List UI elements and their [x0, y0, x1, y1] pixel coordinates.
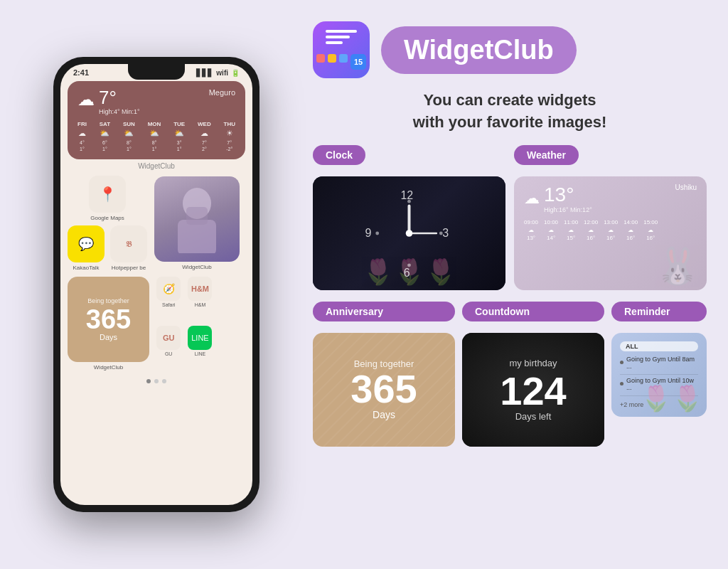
number-badge-15: 15 — [350, 54, 366, 70]
weather-temp-section: ☁ 7° High:4° Min:1° — [77, 88, 140, 115]
tagline-line2: with your favorite images! — [313, 112, 707, 134]
reminder-flowers: 🌷🌷 — [641, 384, 703, 413]
widget-examples-grid: Clock 🌷🌷🌷 12 3 6 9 — [313, 145, 707, 290]
wr-temp-2: 15° — [567, 235, 575, 241]
wr-temp-4: 16° — [606, 235, 615, 241]
icon-badge-row: 15 — [316, 54, 366, 70]
reminder-section: Reminder 🌷🌷 ALL Going to Gym Until 8am .… — [611, 302, 707, 417]
status-time: 2:41 — [73, 68, 89, 77]
svg-point-10 — [439, 231, 443, 235]
gu-app[interactable]: GU GU — [155, 326, 182, 371]
wr-temp-6: 16° — [646, 235, 655, 241]
hotpepper-icon: 𝔅 — [110, 225, 147, 262]
anniversary-phone-container: Being together 365 Days WidgetClub — [68, 277, 149, 371]
day-sat: SAT ⛅ 6°1° — [100, 121, 110, 152]
weather-column: Weather 🐰 ☁ 13° High:16° Min:12° Ushiku — [514, 145, 707, 290]
anniv-being-label: Being together — [87, 297, 129, 304]
weather-top: ☁ 7° High:4° Min:1° Meguro — [77, 88, 235, 115]
wr-temp-3: 16° — [587, 235, 595, 241]
dot-yellow — [328, 54, 336, 63]
day-sun: SUN ⛅ 8°1° — [123, 121, 135, 152]
safari-app[interactable]: 🧭 Safari — [155, 277, 182, 321]
weather-temp-info: 7° High:4° Min:1° — [99, 88, 140, 115]
day-mon: MON ⛅ 8°1° — [148, 121, 161, 152]
weather-right-cloud: ☁ — [524, 189, 540, 208]
wr-day-1400: 14:00 ☁ 16° — [623, 219, 638, 241]
clock-badge: Clock — [313, 145, 505, 171]
dot-3 — [162, 379, 166, 383]
phone-content: ☁ 7° High:4° Min:1° Meguro FRI — [60, 78, 252, 390]
wr-time-1: 10:00 — [544, 219, 558, 225]
bottom-badges-row: Anniversary Being together 365 Days Coun… — [313, 302, 707, 447]
maps-app[interactable]: 📍 Google Maps — [68, 176, 147, 221]
anniversary-phone-widget[interactable]: Being together 365 Days — [68, 277, 149, 362]
maps-label: Google Maps — [90, 215, 124, 221]
reminder-dot-2 — [620, 382, 623, 385]
weather-right-temp-section: ☁ 13° High:16° Min:12° — [524, 184, 592, 213]
tagline-line1: You can create widgets — [313, 90, 707, 112]
wr-day-1000: 10:00 ☁ 14° — [544, 219, 558, 241]
safari-icon: 🧭 — [156, 277, 181, 301]
reminder-widget[interactable]: 🌷🌷 ALL Going to Gym Until 8am ... Going … — [611, 333, 707, 417]
wr-temp-0: 13° — [527, 235, 535, 241]
svg-text:6: 6 — [404, 266, 410, 278]
phone-temp-range: High:4° Min:1° — [99, 108, 140, 115]
app-icon-lines — [326, 30, 357, 50]
dot-red — [316, 54, 325, 63]
weather-right-days: 09:00 ☁ 13° 10:00 ☁ 14° 11:00 ☁ 15° — [524, 219, 697, 241]
photo-widget-container: WidgetClub — [154, 176, 240, 270]
hotpepper-app[interactable]: 𝔅 Hotpepper be — [110, 225, 147, 271]
day-thu: THU ☀ 7°-2° — [224, 121, 235, 152]
line-app[interactable]: LINE LINE — [186, 326, 213, 371]
wifi-icon: wifi — [216, 69, 228, 77]
anniversary-right-widget[interactable]: Being together 365 Days — [313, 333, 455, 447]
empty-slot — [218, 277, 245, 321]
wr-day-1100: 11:00 ☁ 15° — [564, 219, 578, 241]
wr-time-3: 12:00 — [584, 219, 598, 225]
status-icons: ▋▋▋ wifi 🔋 — [196, 69, 240, 77]
weather-right-widget[interactable]: 🐰 ☁ 13° High:16° Min:12° Ushiku — [514, 176, 707, 290]
weather-rabbit-icon: 🐰 — [655, 245, 700, 287]
dot-blue — [339, 54, 348, 63]
wr-day-0900: 09:00 ☁ 13° — [524, 219, 538, 241]
hm-icon: H&M — [188, 277, 212, 301]
page-dots — [68, 379, 245, 383]
reminder-dot-1 — [620, 361, 623, 364]
left-app-col: 📍 Google Maps 💬 KakaoTalk 𝔅 — [68, 176, 147, 271]
countdown-content: my birthday 124 Days left — [500, 358, 566, 422]
weather-right-range: High:16° Min:12° — [544, 206, 592, 213]
wr-time-2: 11:00 — [564, 219, 578, 225]
kakao-hotpepper-row: 💬 KakaoTalk 𝔅 Hotpepper be — [68, 225, 147, 271]
cloud-icon: ☁ — [77, 90, 95, 110]
icon-line-2 — [326, 36, 350, 38]
reminder-text-1: Going to Gym Until 8am ... — [626, 356, 698, 370]
app-title: WidgetClub — [404, 35, 554, 65]
widgetclub-photo-label: WidgetClub — [182, 264, 211, 270]
photo-placeholder — [154, 176, 240, 262]
kakaotalk-app[interactable]: 💬 KakaoTalk — [68, 225, 105, 271]
countdown-widget[interactable]: my birthday 124 Days left — [462, 333, 604, 447]
wr-icon-1: ☁ — [548, 227, 554, 233]
kakaotalk-label: KakaoTalk — [73, 265, 100, 271]
countdown-badge-label: Countdown — [462, 302, 604, 321]
svg-point-11 — [407, 263, 411, 267]
photo-widget[interactable] — [154, 176, 240, 262]
widgetclub-label: WidgetClub — [68, 162, 245, 170]
phone-weather-widget[interactable]: ☁ 7° High:4° Min:1° Meguro FRI — [68, 81, 245, 159]
hm-app[interactable]: H&M H&M — [186, 277, 213, 321]
anniv-right-content: Being together 365 Days — [350, 358, 417, 420]
wr-day-1200: 12:00 ☁ 16° — [584, 219, 598, 241]
icon-line-1 — [326, 30, 357, 33]
weather-right-temp-val: 13° — [544, 184, 592, 206]
wr-time-0: 09:00 — [524, 219, 538, 225]
clock-widget[interactable]: 🌷🌷🌷 12 3 6 9 — [313, 176, 505, 290]
reminder-divider-1 — [620, 374, 698, 375]
app-header: 15 WidgetClub — [313, 21, 707, 78]
wr-icon-6: ☁ — [648, 227, 653, 233]
phone-device: 2:41 ▋▋▋ wifi 🔋 ☁ 7° — [53, 57, 259, 512]
weather-days: FRI ☁ 4°1° SAT ⛅ 6°1° SUN ⛅ — [77, 121, 235, 152]
line-label: LINE — [195, 351, 206, 356]
wr-day-1300: 13:00 ☁ 16° — [604, 219, 618, 241]
wr-icon-2: ☁ — [568, 227, 574, 233]
wr-icon-3: ☁ — [588, 227, 594, 233]
